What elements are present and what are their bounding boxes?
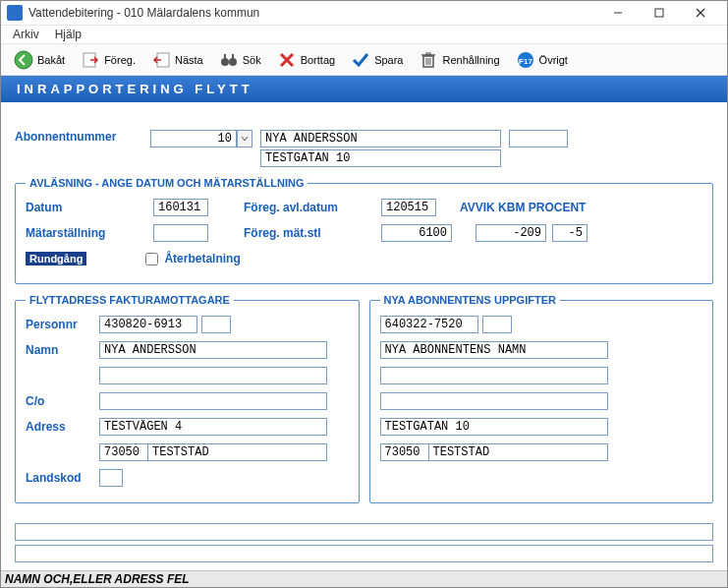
menubar: Arkiv Hjälp xyxy=(1,26,727,44)
subscriber-row: Abonnentnummer xyxy=(15,130,713,167)
titlebar: Vattendebitering - 010 Mälardalens kommu… xyxy=(1,1,727,26)
delete-label: Borttag xyxy=(301,54,335,66)
deviation-pct-field[interactable] xyxy=(552,224,588,242)
close-button[interactable] xyxy=(680,1,721,25)
svg-point-7 xyxy=(221,58,229,66)
prev-meter-field[interactable] xyxy=(381,224,452,242)
statusbar: NAMN OCH,ELLER ADRESS FEL xyxy=(1,570,727,587)
binoculars-icon xyxy=(219,50,239,70)
check-icon xyxy=(351,50,370,70)
delete-icon xyxy=(277,50,297,70)
next-button[interactable]: Nästa xyxy=(144,45,210,75)
page-banner: INRAPPORTERING FLYTT xyxy=(1,76,727,102)
new-personnr-field[interactable] xyxy=(380,316,478,333)
next-label: Nästa xyxy=(175,54,203,66)
svg-point-8 xyxy=(229,58,237,66)
prev-label: Föreg. xyxy=(104,54,136,66)
invoice-address-fieldset: FLYTTADRESS FAKTURAMOTTAGARE Personnr Na… xyxy=(15,294,360,503)
landskod-field[interactable] xyxy=(99,469,123,487)
subscriber-name-field[interactable] xyxy=(260,130,501,147)
deviation-label: AVVIK KBM PROCENT xyxy=(460,201,586,214)
new-legend: NYA ABONNENTENS UPPGIFTER xyxy=(380,294,560,306)
delete-button[interactable]: Borttag xyxy=(270,45,342,75)
invoice-legend: FLYTTADRESS FAKTURAMOTTAGARE xyxy=(26,294,234,306)
ort-field[interactable] xyxy=(148,443,327,461)
menu-hjalp[interactable]: Hjälp xyxy=(47,26,89,43)
prev-button[interactable]: Föreg. xyxy=(74,45,142,75)
back-label: Bakåt xyxy=(37,54,65,66)
search-label: Sök xyxy=(243,54,261,66)
svg-text:F17: F17 xyxy=(519,57,532,66)
back-button[interactable]: Bakåt xyxy=(7,45,72,75)
new-personnr-extra-field[interactable] xyxy=(482,316,512,333)
new-subscriber-fieldset: NYA ABONNENTENS UPPGIFTER xyxy=(369,294,714,503)
prev-date-label: Föreg. avl.datum xyxy=(244,201,381,214)
namn-label: Namn xyxy=(26,343,99,357)
toolbar: Bakåt Föreg. Nästa Sök Borttag xyxy=(1,44,727,76)
prev-icon xyxy=(81,50,100,70)
prev-meter-label: Föreg. mät.stl xyxy=(244,226,381,240)
subscriber-dropdown-button[interactable] xyxy=(237,130,252,147)
round-trip-label[interactable]: Rundgång xyxy=(26,252,86,265)
app-window: Vattendebitering - 010 Mälardalens kommu… xyxy=(0,0,728,588)
date-label: Datum xyxy=(26,201,153,214)
reading-legend: AVLÄSNING - ANGE DATUM OCH MÄTARSTÄLLNIN… xyxy=(26,177,308,189)
minimize-button[interactable] xyxy=(597,1,639,25)
new-co-field[interactable] xyxy=(380,392,608,410)
adress-field[interactable] xyxy=(99,418,327,436)
svg-rect-15 xyxy=(426,53,430,55)
svg-rect-9 xyxy=(224,54,226,59)
svg-rect-10 xyxy=(232,54,234,59)
subscriber-label: Abonnentnummer xyxy=(15,130,142,144)
date-field[interactable] xyxy=(153,199,208,216)
maximize-icon xyxy=(654,8,664,18)
personnr-extra-field[interactable] xyxy=(201,316,231,333)
other-button[interactable]: F17 Övrigt xyxy=(509,45,575,75)
save-label: Spara xyxy=(374,54,403,66)
menu-arkiv[interactable]: Arkiv xyxy=(5,26,47,43)
namn2-field[interactable] xyxy=(99,367,327,384)
prev-date-field[interactable] xyxy=(381,199,436,216)
banner-title: INRAPPORTERING FLYTT xyxy=(17,82,253,96)
close-icon xyxy=(696,8,705,18)
other-label: Övrigt xyxy=(539,54,568,66)
personnr-label: Personnr xyxy=(26,318,99,331)
new-ort-field[interactable] xyxy=(429,443,608,461)
new-namn-field[interactable] xyxy=(380,341,608,359)
subscriber-extra-field[interactable] xyxy=(509,130,568,147)
postnr-field[interactable] xyxy=(99,443,148,461)
app-icon xyxy=(7,5,23,21)
namn-field[interactable] xyxy=(99,341,327,359)
other-icon: F17 xyxy=(516,50,535,70)
subscriber-number-field[interactable] xyxy=(150,130,237,147)
long-field-1[interactable] xyxy=(15,523,713,541)
bottom-fields xyxy=(15,523,713,562)
co-label: C/o xyxy=(26,394,99,408)
window-controls xyxy=(597,1,721,25)
back-icon xyxy=(14,50,33,70)
adress-label: Adress xyxy=(26,420,99,434)
status-text: NAMN OCH,ELLER ADRESS FEL xyxy=(5,572,190,586)
minimize-icon xyxy=(613,8,623,18)
trash-label: Renhållning xyxy=(442,54,499,66)
content-area: Abonnentnummer AVLÄSNING - ANGE DATUM OC… xyxy=(1,102,727,570)
deviation-kbm-field[interactable] xyxy=(476,224,546,242)
refund-label: Återbetalning xyxy=(164,252,240,265)
long-field-2[interactable] xyxy=(15,545,713,562)
refund-checkbox-wrap[interactable]: Återbetalning xyxy=(145,252,240,265)
new-namn2-field[interactable] xyxy=(380,367,608,384)
address-fieldsets: FLYTTADRESS FAKTURAMOTTAGARE Personnr Na… xyxy=(15,294,713,513)
svg-point-4 xyxy=(15,51,32,69)
new-adress-field[interactable] xyxy=(380,418,608,436)
co-field[interactable] xyxy=(99,392,327,410)
landskod-label: Landskod xyxy=(26,471,99,485)
refund-checkbox[interactable] xyxy=(145,253,158,265)
trash-button[interactable]: Renhållning xyxy=(412,45,506,75)
personnr-field[interactable] xyxy=(99,316,197,333)
maximize-button[interactable] xyxy=(639,1,680,25)
new-postnr-field[interactable] xyxy=(380,443,429,461)
subscriber-addr-field[interactable] xyxy=(260,149,501,167)
meter-field[interactable] xyxy=(153,224,208,242)
search-button[interactable]: Sök xyxy=(212,45,268,75)
save-button[interactable]: Spara xyxy=(344,45,410,75)
